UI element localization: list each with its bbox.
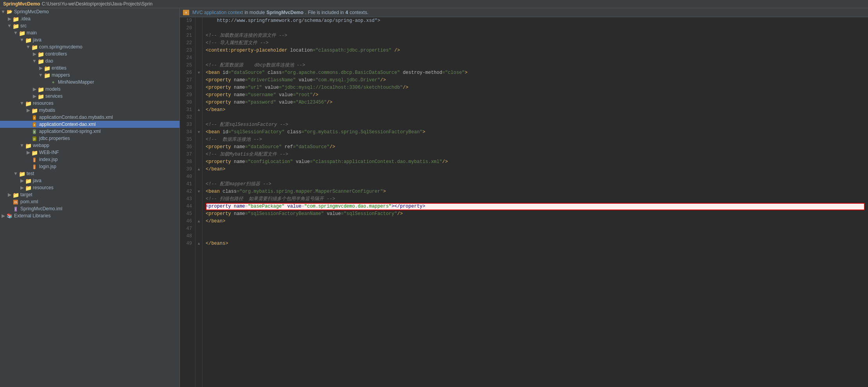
tree-arrow-idea: ▶ xyxy=(6,16,13,22)
mvc-context-link[interactable]: MVC application context xyxy=(192,10,243,15)
sidebar-item-MiniNewsMapper[interactable]: ●MiniNewsMapper xyxy=(0,79,179,86)
sidebar-item-indexJsp[interactable]: jindex.jsp xyxy=(0,156,179,163)
gutter-cell-26[interactable]: ▼ xyxy=(195,69,202,77)
gutter-cell-42[interactable]: ▼ xyxy=(195,188,202,195)
line-number-28: 28 xyxy=(183,84,192,91)
sidebar-item-services[interactable]: ▶📁services xyxy=(0,93,179,100)
sidebar-item-WEB-INF[interactable]: ▶📁WEB-INF xyxy=(0,149,179,156)
sidebar-item-testResources[interactable]: ▶📁resources xyxy=(0,184,179,191)
gutter-cell-39[interactable]: ▲ xyxy=(195,166,202,173)
sidebar-item-jdbcProps[interactable]: pjdbc.properties xyxy=(0,135,179,142)
tree-arrow-WEB-INF: ▶ xyxy=(25,150,31,155)
tree-icon-mappers: 📁 xyxy=(44,72,50,78)
tree-arrow-target: ▶ xyxy=(6,192,13,197)
tree-icon-MiniNewsMapper: ● xyxy=(50,79,56,85)
sidebar-item-models[interactable]: ▶📁models xyxy=(0,86,179,93)
code-line-47 xyxy=(206,225,865,233)
tree-arrow-controllers: ▶ xyxy=(31,51,38,57)
sidebar-label-springmvcdemo: SpringMvcDemo xyxy=(14,9,49,14)
code-line-21: <!-- 加载数据库连接的资源文件 --> xyxy=(206,32,865,39)
code-line-28: <property name="url" value="jdbc:mysql:/… xyxy=(206,84,865,91)
gutter-cell-27 xyxy=(195,77,202,84)
tree-arrow-java: ▼ xyxy=(19,37,25,43)
sidebar-item-entities[interactable]: ▶📁entities xyxy=(0,64,179,72)
info-bar: x MVC application context in module Spri… xyxy=(180,8,868,17)
sidebar-label-target: target xyxy=(20,192,32,197)
context-count: 4 xyxy=(346,10,348,15)
code-line-22: <!-- 导入属性配置文件 --> xyxy=(206,39,865,47)
sidebar-item-loginJsp[interactable]: jlogin.jsp xyxy=(0,163,179,170)
gutter-cell-29 xyxy=(195,91,202,99)
sidebar-item-appCtxSpring[interactable]: xapplicationContext-spring.xml xyxy=(0,128,179,135)
sidebar-item-java[interactable]: ▼📁java xyxy=(0,36,179,43)
sidebar-label-jdbcProps: jdbc.properties xyxy=(39,136,70,141)
sidebar-item-test[interactable]: ▼📁test xyxy=(0,170,179,177)
line-number-25: 25 xyxy=(183,62,192,69)
sidebar-item-pomXml[interactable]: mpom.xml xyxy=(0,198,179,205)
code-line-19: http://www.springframework.org/schema/ao… xyxy=(206,17,865,25)
tree-icon-resources: 📁 xyxy=(25,100,31,106)
gutter-cell-46[interactable]: ▲ xyxy=(195,218,202,225)
sidebar-label-resources: resources xyxy=(33,100,54,106)
line-number-49: 49 xyxy=(183,240,192,247)
code-line-30: <property name="password" value="Abc1234… xyxy=(206,99,865,106)
sidebar-label-entities: entities xyxy=(52,65,66,71)
line-number-39: 39 xyxy=(183,166,192,173)
sidebar-label-controllers: controllers xyxy=(45,51,67,57)
sidebar-label-SpringMvcDemoIml: SpringMvcDemo.iml xyxy=(20,206,62,211)
gutter-cell-49[interactable]: ▲ xyxy=(195,240,202,247)
sidebar-item-springmvcdemo[interactable]: ▼📂SpringMvcDemo xyxy=(0,8,179,15)
code-line-24 xyxy=(206,54,865,62)
tree-icon-models: 📁 xyxy=(38,86,44,92)
sidebar-item-main[interactable]: ▼📁main xyxy=(0,29,179,36)
gutter-cell-24 xyxy=(195,54,202,62)
line-number-35: 35 xyxy=(183,136,192,143)
line-number-19: 19 xyxy=(183,17,192,25)
gutter-cell-47 xyxy=(195,225,202,233)
tree-arrow-src: ▼ xyxy=(6,23,13,29)
gutter-cell-45 xyxy=(195,210,202,218)
sidebar-label-services: services xyxy=(45,93,63,99)
sidebar-item-src[interactable]: ▼📁src xyxy=(0,22,179,29)
code-line-39: </bean> xyxy=(206,166,865,173)
sidebar-item-mappers[interactable]: ▼📁mappers xyxy=(0,72,179,79)
tree-icon-dao: 📁 xyxy=(38,58,44,64)
line-number-34: 34 xyxy=(183,129,192,136)
sidebar-item-SpringMvcDemoIml[interactable]: iSpringMvcDemo.iml xyxy=(0,205,179,212)
tree-icon-entities: 📁 xyxy=(44,65,50,71)
sidebar-label-appCtxSpring: applicationContext-spring.xml xyxy=(39,129,100,134)
sidebar-item-controllers[interactable]: ▶📁controllers xyxy=(0,50,179,57)
line-number-26: 26 xyxy=(183,69,192,77)
sidebar-item-appCtxDao[interactable]: xapplicationContext-dao.xml xyxy=(0,121,179,128)
sidebar-item-dao[interactable]: ▼📁dao xyxy=(0,57,179,64)
sidebar-label-idea: .idea xyxy=(20,16,30,22)
tree-arrow-webapp: ▼ xyxy=(19,143,25,148)
sidebar-item-target[interactable]: ▶📁target xyxy=(0,191,179,198)
sidebar-label-mybatis: mybatis xyxy=(39,108,55,113)
tree-arrow-models: ▶ xyxy=(31,86,38,92)
tree-icon-indexJsp: j xyxy=(31,157,38,162)
gutter-cell-36 xyxy=(195,143,202,151)
sidebar-item-mybatis[interactable]: ▶📁mybatis xyxy=(0,107,179,114)
gutter-cell-23 xyxy=(195,47,202,54)
sidebar-label-appCtxDaoMybatis: applicationContext.dao.mybatis.xml xyxy=(39,115,113,120)
tree-icon-springmvcdemo: 📂 xyxy=(6,9,13,14)
line-number-48: 48 xyxy=(183,233,192,240)
sidebar-item-com.springmvcdemo[interactable]: ▼📁com.springmvcdemo xyxy=(0,43,179,50)
line-number-47: 47 xyxy=(183,225,192,233)
line-number-37: 37 xyxy=(183,151,192,158)
sidebar-item-testJava[interactable]: ▶📁java xyxy=(0,177,179,184)
gutter-cell-21 xyxy=(195,32,202,39)
sidebar-item-resources[interactable]: ▼📁resources xyxy=(0,100,179,107)
line-number-45: 45 xyxy=(183,210,192,218)
code-line-42: <bean class="org.mybatis.spring.mapper.M… xyxy=(206,188,865,195)
gutter-cell-34[interactable]: ▼ xyxy=(195,129,202,136)
gutter-cell-31[interactable]: ▲ xyxy=(195,106,202,114)
sidebar-label-testResources: resources xyxy=(33,185,54,190)
sidebar-item-idea[interactable]: ▶📁.idea xyxy=(0,15,179,22)
sidebar-item-externalLibs[interactable]: ▶📚External Libraries xyxy=(0,212,179,219)
sidebar-item-webapp[interactable]: ▼📁webapp xyxy=(0,142,179,149)
sidebar-item-appCtxDaoMybatis[interactable]: xapplicationContext.dao.mybatis.xml xyxy=(0,114,179,121)
sidebar-label-testJava: java xyxy=(33,178,41,183)
code-line-41: <!-- 配置mapper扫描器 --> xyxy=(206,181,865,188)
